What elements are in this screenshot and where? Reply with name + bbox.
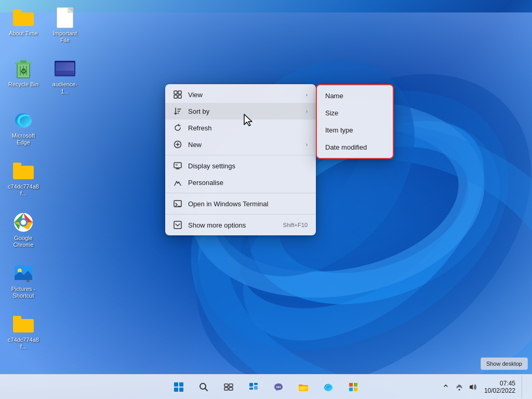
- taskbar-widgets-button[interactable]: [242, 376, 265, 398]
- clock-date: 10/02/2022: [484, 387, 515, 394]
- widgets-icon: [249, 382, 258, 392]
- svg-rect-57: [354, 383, 357, 387]
- svg-point-51: [280, 386, 281, 387]
- c74dc1-label: c74dc774a8f...: [7, 183, 39, 197]
- svg-rect-42: [229, 384, 233, 387]
- submenu-item-name[interactable]: Name: [317, 87, 393, 104]
- svg-rect-48: [254, 386, 258, 390]
- submenu-type-label: Item type: [325, 126, 353, 134]
- sortby-submenu: Name Size Item type Date modified: [316, 84, 394, 159]
- menu-divider-3: [165, 214, 316, 215]
- tray-network-icon[interactable]: [454, 382, 464, 392]
- pictures-label: Pictures - Shortcut: [7, 286, 39, 299]
- new-icon: [174, 140, 182, 149]
- desktop-icon-audience[interactable]: audience-1...: [47, 56, 83, 97]
- desktop-icon-about-time[interactable]: About Time: [5, 5, 42, 39]
- task-view-icon: [224, 382, 233, 392]
- show-more-label: Show more options: [188, 221, 277, 229]
- desktop-icon-important-file[interactable]: Important File: [47, 5, 83, 46]
- taskbar-explorer-button[interactable]: [292, 376, 315, 398]
- about-time-label: About Time: [9, 30, 38, 37]
- clock-time: 07:45: [500, 380, 515, 387]
- submenu-item-size[interactable]: Size: [317, 104, 393, 122]
- svg-rect-25: [178, 95, 181, 98]
- svg-text:♻: ♻: [20, 67, 27, 75]
- store-icon: [349, 382, 358, 392]
- svg-rect-59: [354, 388, 357, 391]
- recycle-bin-label: Recycle Bin: [8, 81, 38, 88]
- svg-point-50: [278, 386, 279, 387]
- system-tray: [441, 382, 478, 392]
- show-desktop-pill-button[interactable]: Show desktop: [481, 357, 528, 370]
- chat-icon: [273, 382, 284, 392]
- chrome-label: Google Chrome: [7, 235, 39, 248]
- sort-by-arrow: ›: [306, 109, 308, 114]
- menu-divider-2: [165, 193, 316, 193]
- view-arrow: ›: [306, 92, 308, 98]
- svg-rect-24: [174, 95, 177, 98]
- svg-rect-45: [249, 383, 253, 387]
- submenu-date-label: Date modified: [325, 143, 367, 151]
- menu-item-view[interactable]: View ›: [165, 86, 316, 103]
- desktop: About Time Important File: [0, 0, 532, 399]
- taskbar-store-button[interactable]: [342, 376, 365, 398]
- submenu-item-date-modified[interactable]: Date modified: [317, 139, 393, 156]
- sort-icon: [174, 107, 182, 115]
- menu-item-refresh[interactable]: Refresh: [165, 119, 316, 136]
- submenu-size-label: Size: [325, 109, 338, 117]
- svg-rect-22: [174, 91, 177, 94]
- submenu-item-item-type[interactable]: Item type: [317, 122, 393, 139]
- view-label: View: [188, 91, 300, 99]
- show-more-icon: [174, 221, 182, 229]
- chrome-icon: [14, 212, 33, 232]
- menu-item-personalise[interactable]: Personalise: [165, 174, 316, 191]
- svg-rect-54: [300, 389, 305, 390]
- display-label: Display settings: [188, 162, 308, 170]
- clock-area[interactable]: 07:45 10/02/2022: [482, 379, 517, 395]
- refresh-icon: [174, 124, 182, 132]
- desktop-icons-container: About Time Important File: [5, 5, 83, 353]
- view-icon: [174, 90, 182, 99]
- taskbar-right: 07:45 10/02/2022: [441, 376, 532, 398]
- context-menu: View › Sort by › Refresh New ›: [165, 84, 316, 235]
- tray-chevron[interactable]: [441, 382, 451, 392]
- desktop-icon-edge[interactable]: Microsoft Edge: [5, 108, 42, 148]
- pictures-icon: [14, 263, 33, 283]
- c74dc2-label: c74dc774a8f...: [7, 337, 39, 350]
- svg-point-17: [21, 220, 26, 225]
- taskbar-taskview-button[interactable]: [217, 376, 240, 398]
- taskbar: 07:45 10/02/2022: [0, 374, 532, 399]
- menu-item-terminal[interactable]: Open in Windows Terminal: [165, 195, 316, 212]
- menu-item-display[interactable]: Display settings: [165, 157, 316, 174]
- terminal-icon: [174, 200, 182, 208]
- svg-rect-44: [229, 388, 233, 390]
- personalise-label: Personalise: [188, 179, 308, 187]
- svg-rect-47: [249, 388, 253, 390]
- desktop-icon-pictures[interactable]: Pictures - Shortcut: [5, 261, 42, 301]
- desktop-icon-c74dc2[interactable]: c74dc774a8f...: [5, 312, 42, 352]
- taskbar-edge-button[interactable]: [317, 376, 340, 398]
- svg-rect-53: [300, 387, 307, 388]
- taskbar-search-button[interactable]: [192, 376, 215, 398]
- desktop-icon-chrome[interactable]: Google Chrome: [5, 210, 42, 250]
- file-explorer-icon: [298, 382, 309, 392]
- tray-volume-icon[interactable]: [468, 382, 478, 392]
- taskbar-chat-button[interactable]: [267, 376, 290, 398]
- desktop-icon-recycle-bin[interactable]: ♻ Recycle Bin: [5, 56, 42, 90]
- menu-item-new[interactable]: New ›: [165, 136, 316, 153]
- edge-icon: [14, 110, 33, 130]
- menu-item-show-more[interactable]: Show more options Shift+F10: [165, 217, 316, 233]
- svg-rect-38: [174, 221, 181, 229]
- svg-point-60: [458, 389, 460, 390]
- svg-rect-43: [224, 388, 228, 390]
- submenu-name-label: Name: [325, 92, 343, 100]
- show-desktop-button[interactable]: [522, 376, 528, 398]
- desktop-icon-c74dc1[interactable]: c74dc774a8f...: [5, 158, 42, 199]
- menu-item-sort-by[interactable]: Sort by ›: [165, 103, 316, 119]
- edge-label: Microsoft Edge: [7, 132, 39, 146]
- sort-by-label: Sort by: [188, 108, 300, 115]
- svg-line-40: [205, 388, 208, 391]
- taskbar-center: [167, 376, 365, 398]
- new-label: New: [188, 141, 300, 149]
- taskbar-start-button[interactable]: [167, 376, 190, 398]
